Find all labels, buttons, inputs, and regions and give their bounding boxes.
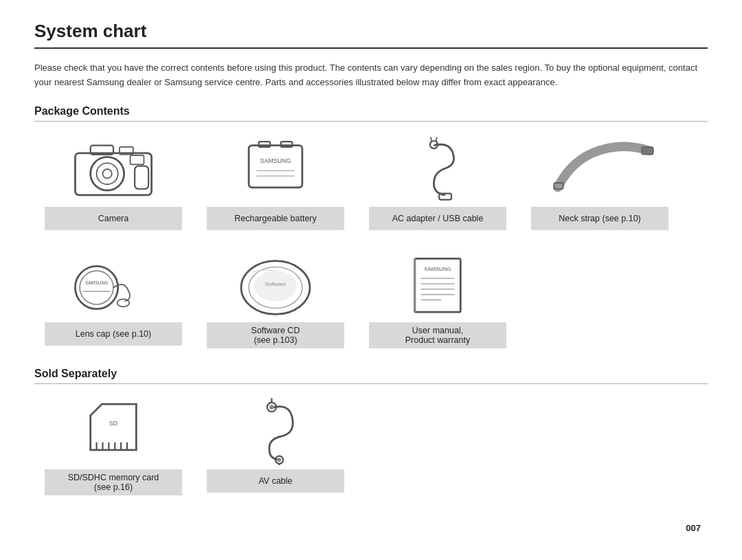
section-sold-separately: Sold Separately (34, 368, 708, 384)
svg-point-3 (102, 169, 111, 178)
svg-point-21 (75, 266, 117, 309)
neck-strap-label: Neck strap (see p.10) (531, 207, 668, 230)
item-manual: SAMSUNG User manual, Product warranty (359, 249, 517, 348)
cd-image: Software (207, 249, 344, 318)
sd-card-label: SD/SDHC memory card (see p.16) (45, 469, 182, 495)
svg-line-15 (431, 137, 431, 141)
manual-icon: SAMSUNG (369, 249, 506, 318)
usb-cable-image (369, 134, 506, 203)
package-contents-grid: Camera SAMSUNG Rechargeable battery (34, 134, 708, 237)
svg-rect-6 (130, 155, 144, 164)
item-usb-cable: AC adapter / USB cable (359, 134, 517, 230)
item-cd: Software Software CD (see p.103) (196, 249, 355, 348)
lens-cap-icon: SAMSUNG (45, 249, 182, 318)
battery-label: Rechargeable battery (207, 207, 344, 230)
manual-image: SAMSUNG (369, 249, 506, 318)
intro-text: Please check that you have the correct c… (34, 61, 708, 90)
svg-point-51 (278, 458, 282, 462)
usb-cable-icon (369, 134, 506, 203)
item-battery: SAMSUNG Rechargeable battery (196, 134, 355, 230)
item-camera: Camera (34, 134, 192, 230)
camera-icon (45, 134, 182, 203)
svg-text:SAMSUNG: SAMSUNG (260, 157, 291, 164)
svg-line-16 (436, 137, 437, 141)
lens-cap-label: Lens cap (see p.10) (45, 322, 182, 346)
cd-label: Software CD (see p.103) (207, 322, 344, 348)
neck-strap-icon: SAMSUNG (531, 134, 668, 203)
package-contents-grid-row2: SAMSUNG Lens cap (see p.10) Software (34, 249, 708, 355)
svg-point-22 (80, 271, 113, 304)
svg-point-1 (91, 157, 124, 190)
cd-icon: Software (207, 249, 344, 318)
sold-separately-grid: SD SD/SDHC memory card (see p.16) AV cab… (34, 396, 708, 502)
svg-text:SAMSUNG: SAMSUNG (424, 266, 451, 272)
manual-label: User manual, Product warranty (369, 322, 506, 348)
lens-cap-image: SAMSUNG (45, 249, 182, 318)
svg-point-48 (269, 405, 274, 410)
svg-rect-8 (249, 145, 302, 187)
usb-cable-label: AC adapter / USB cable (369, 207, 506, 230)
page-number: 007 (34, 523, 708, 533)
svg-rect-18 (642, 146, 653, 154)
av-cable-label: AV cable (207, 469, 344, 493)
item-lens-cap: SAMSUNG Lens cap (see p.10) (34, 249, 192, 348)
svg-text:Software: Software (265, 281, 286, 287)
neck-strap-image: SAMSUNG (531, 134, 668, 203)
svg-text:SAMSUNG: SAMSUNG (85, 280, 109, 285)
battery-image: SAMSUNG (207, 134, 344, 203)
svg-point-2 (97, 163, 118, 184)
svg-point-25 (117, 299, 130, 306)
item-neck-strap: SAMSUNG Neck strap (see p.10) (521, 134, 679, 230)
av-cable-image (207, 396, 344, 465)
sd-card-image: SD (45, 396, 182, 465)
item-av-cable: AV cable (196, 396, 355, 495)
svg-rect-7 (135, 166, 148, 188)
svg-text:SAMSUNG: SAMSUNG (595, 156, 618, 166)
av-cable-icon (207, 396, 344, 465)
section-package-contents: Package Contents (34, 105, 708, 122)
item-sd-card: SD SD/SDHC memory card (see p.16) (34, 396, 192, 495)
sd-card-icon: SD (45, 396, 182, 465)
page-title: System chart (34, 21, 708, 49)
battery-icon: SAMSUNG (207, 134, 344, 203)
camera-image (45, 134, 182, 203)
svg-text:SD: SD (109, 420, 117, 427)
camera-label: Camera (45, 207, 182, 230)
